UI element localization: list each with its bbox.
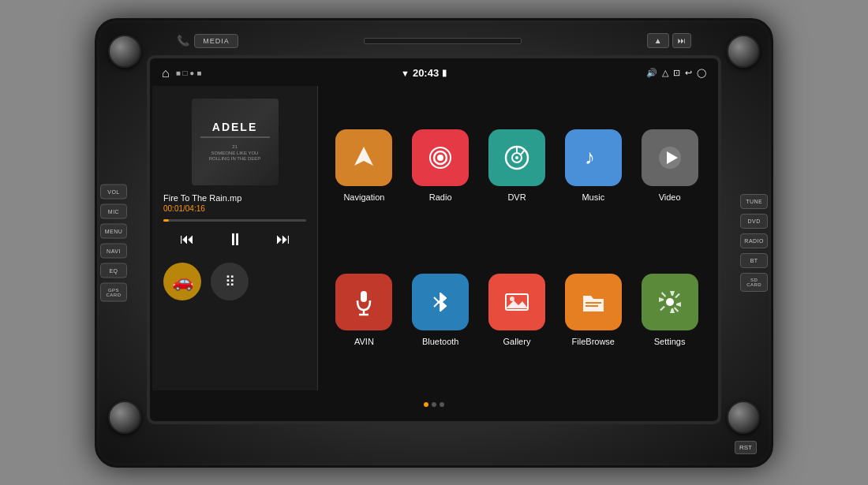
svg-rect-21 [586,302,601,304]
bluetooth-icon [412,274,469,330]
head-unit: VOL MIC MENU NAVI EQ GPSCARD TUNE DVD RA… [95,18,773,468]
vol-button[interactable]: VOL [100,184,127,199]
app-video[interactable]: Video [631,94,708,238]
bottom-icons: 🚗 ⠿ [163,263,306,300]
track-title: Fire To The Rain.mp [163,193,306,203]
triangle-icon: △ [662,68,668,78]
bottom-bar [152,390,716,419]
prev-button[interactable]: ⏮ [180,231,194,248]
battery-icon: ▮ [442,68,447,78]
navigation-label: Navigation [343,192,384,202]
album-art-bg: ADELE 21SOMEONE LIKE YOUROLLING IN THE D… [192,99,279,185]
artist-name: ADELE [212,121,257,133]
svg-rect-22 [586,305,598,307]
app-filebrowse[interactable]: FileBrowse [555,238,631,382]
gps-card-button[interactable]: GPSCARD [100,282,127,301]
avin-icon [335,274,392,330]
tune-button[interactable]: TUNE [740,194,768,209]
back-icon: ↩ [685,68,692,78]
menu-button[interactable]: MENU [100,223,127,238]
filebrowse-label: FileBrowse [572,337,615,346]
app-avin[interactable]: AVIN [326,238,402,382]
car-icon-button[interactable]: 🚗 [163,263,201,300]
svg-line-8 [521,150,525,155]
radio-button[interactable]: RADIO [740,233,768,248]
radio-icon [412,129,469,186]
svg-marker-0 [354,147,373,166]
next-track-button[interactable]: ⏭ [672,33,691,48]
screen-wrapper: ⌂ ■ □ ● ■ ▼ 20:43 ▮ 🔊 △ ⊡ ↩ ◯ [150,58,718,421]
wifi-icon: ▼ [401,69,410,78]
main-content: ADELE 21SOMEONE LIKE YOUROLLING IN THE D… [152,86,716,390]
dot-3 [440,402,444,407]
volume-icon: 🔊 [646,68,657,78]
navigation-icon [335,129,392,186]
svg-point-1 [437,155,443,161]
status-left: ⌂ ■ □ ● ■ [162,66,201,80]
eject-button[interactable]: ▲ [647,33,669,48]
app-music[interactable]: ♪ Music [555,94,631,238]
progress-bar[interactable] [163,219,306,222]
status-right: 🔊 △ ⊡ ↩ ◯ [646,68,706,78]
app-radio[interactable]: Radio [402,94,479,238]
dvr-label: DVR [507,192,526,202]
window-icon: ⊡ [673,68,680,78]
svg-marker-20 [506,300,528,308]
sd-card-button[interactable]: SDCARD [740,273,768,292]
progress-fill [163,219,169,222]
status-center: ▼ 20:43 ▮ [401,67,447,79]
gallery-icon [488,274,545,330]
navi-button[interactable]: NAVI [100,243,127,258]
svg-text:♪: ♪ [585,145,595,169]
right-top-knob[interactable] [727,35,760,68]
gallery-label: Gallery [503,337,531,346]
rst-button[interactable]: RST [735,441,757,454]
radio-label: Radio [429,192,452,202]
play-pause-button[interactable]: ⏸ [226,229,244,250]
mic-button[interactable]: MIC [100,203,127,218]
settings-label: Settings [654,337,686,346]
svg-point-23 [666,298,674,306]
grid-icon-button[interactable]: ⠿ [211,263,249,300]
app-settings[interactable]: Settings [631,238,708,382]
top-strip: 📞 MEDIA ▲ ⏭ [137,28,731,54]
settings-icon [642,274,698,330]
media-player: ADELE 21SOMEONE LIKE YOUROLLING IN THE D… [152,86,318,390]
dot-1 [424,402,428,407]
svg-point-6 [515,156,518,159]
svg-rect-12 [361,291,367,302]
android-icon: ◯ [697,68,706,78]
video-label: Video [659,192,681,202]
next-button[interactable]: ⏭ [276,231,290,248]
album-subtitle: 21SOMEONE LIKE YOUROLLING IN THE DEEP [206,144,264,162]
home-icon[interactable]: ⌂ [162,66,170,80]
left-bottom-knob[interactable] [108,401,141,434]
status-bar: ⌂ ■ □ ● ■ ▼ 20:43 ▮ 🔊 △ ⊡ ↩ ◯ [152,61,716,86]
music-label: Music [582,192,604,202]
eq-button[interactable]: EQ [100,263,127,278]
media-button[interactable]: MEDIA [194,34,238,48]
avin-label: AVIN [354,337,374,346]
left-top-knob[interactable] [108,35,141,68]
right-side-buttons: TUNE DVD RADIO BT SDCARD [737,194,771,292]
dvr-icon [488,129,545,186]
app-icons: ■ □ ● ■ [176,69,202,77]
filebrowse-icon [565,274,622,330]
video-icon [642,129,698,186]
app-dvr[interactable]: DVR [479,94,556,238]
dot-2 [432,402,436,407]
bt-button[interactable]: BT [740,253,768,268]
track-time: 00:01/04:16 [163,204,306,213]
app-grid: Navigation Radio [318,86,716,390]
bluetooth-label: Bluetooth [422,337,458,346]
app-navigation[interactable]: Navigation [326,94,402,238]
right-bottom-knob[interactable] [727,401,760,434]
dvd-button[interactable]: DVD [740,214,768,229]
screen: ⌂ ■ □ ● ■ ▼ 20:43 ▮ 🔊 △ ⊡ ↩ ◯ [152,61,716,419]
music-icon: ♪ [565,129,622,186]
album-art: ADELE 21SOMEONE LIKE YOUROLLING IN THE D… [192,99,279,185]
app-bluetooth[interactable]: Bluetooth [402,238,479,382]
left-side-buttons: VOL MIC MENU NAVI EQ GPSCARD [97,184,130,301]
app-gallery[interactable]: Gallery [479,238,556,382]
disc-slot [364,38,522,44]
